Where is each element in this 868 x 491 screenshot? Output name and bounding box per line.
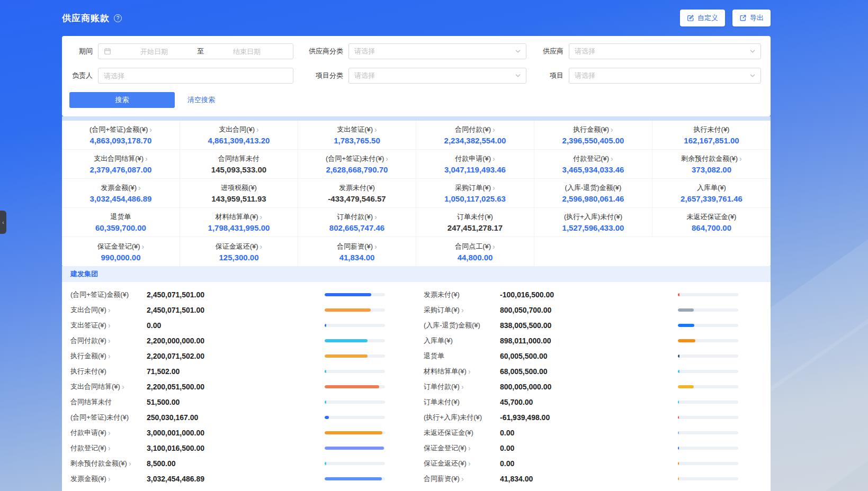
summary-cell[interactable]: (合同+签证)未付(¥)›2,628,668,790.70 (298, 150, 416, 179)
summary-cell-label: 退货单 (111, 212, 131, 222)
detail-row-value: 71,502.00 (147, 367, 325, 376)
progress-track (678, 477, 738, 480)
summary-cell-value: 4,861,309,413.20 (208, 136, 270, 145)
chevron-right-icon: › (108, 444, 111, 452)
detail-row-label[interactable]: 发票金额(¥)› (70, 474, 147, 484)
clear-search-link[interactable]: 清空搜索 (187, 95, 215, 105)
summary-cell-empty (534, 237, 652, 266)
progress-fill (678, 308, 694, 312)
detail-row-label[interactable]: 保证金返还(¥)› (424, 459, 500, 468)
detail-row-label[interactable]: 保证金登记(¥)› (424, 443, 500, 453)
summary-cell-label: 合同付款(¥)› (455, 125, 495, 134)
progress-fill (678, 339, 695, 342)
detail-row-label[interactable]: 合同付款(¥)› (70, 336, 147, 345)
detail-row-value: 0.00 (147, 321, 325, 330)
supplier-select[interactable]: 请选择 (569, 43, 761, 59)
progress-track (325, 401, 385, 404)
filter-actions: 搜索 清空搜索 (69, 92, 763, 108)
summary-cell[interactable]: 合同薪资(¥)›41,834.00 (298, 237, 416, 266)
summary-cell-value: 143,959,511.93 (211, 194, 266, 203)
detail-row-label[interactable]: 支出合同(¥)› (70, 305, 147, 315)
chevron-right-icon: › (461, 475, 464, 483)
progress-track (325, 462, 385, 465)
detail-row-value: 250,030,167.00 (147, 413, 325, 422)
detail-row-label[interactable]: 采购订单(¥)› (424, 305, 500, 315)
date-range-separator: 至 (195, 47, 206, 56)
summary-cell-label: 发票未付(¥) (339, 183, 375, 193)
export-button[interactable]: 导出 (732, 10, 771, 26)
progress-fill (325, 354, 368, 358)
owner-input[interactable] (104, 72, 288, 80)
summary-cell[interactable]: 合同点工(¥)›44,800.00 (416, 237, 534, 266)
customize-button[interactable]: 自定义 (680, 10, 725, 26)
summary-cell[interactable]: 付款登记(¥)›3,465,934,033.46 (534, 150, 652, 179)
detail-row-label[interactable]: 剩余预付款金额(¥)› (70, 459, 147, 468)
supplier-category-select[interactable]: 请选择 (348, 43, 526, 59)
chevron-right-icon: › (493, 126, 495, 133)
drawer-handle[interactable]: ‹ (0, 211, 6, 234)
summary-cell-label: 支出签证(¥)› (337, 125, 377, 134)
summary-cell[interactable]: 保证金返还(¥)›125,300.00 (180, 237, 298, 266)
summary-cell[interactable]: 剩余预付款金额(¥)›373,082.00 (652, 150, 771, 179)
detail-row: 未返还保证金(¥)0.00 (424, 425, 738, 440)
detail-row-label[interactable]: 付款登记(¥)› (70, 443, 147, 453)
summary-cell-value: 802,665,747.46 (329, 223, 384, 232)
summary-cell-value: 44,800.00 (458, 253, 493, 262)
detail-row-label[interactable]: 付款申请(¥)› (70, 428, 147, 438)
summary-cell-label: 付款登记(¥)› (573, 154, 613, 163)
detail-row-label[interactable]: 合同薪资(¥)› (424, 474, 500, 484)
summary-cell[interactable]: 支出签证(¥)›1,783,765.50 (298, 121, 416, 150)
progress-track (678, 401, 738, 404)
project-select[interactable]: 请选择 (569, 68, 761, 84)
progress-track (678, 293, 738, 296)
summary-cell-value: 3,047,119,493.46 (444, 165, 506, 174)
progress-track (325, 370, 385, 373)
summary-cell[interactable]: 订单付款(¥)›802,665,747.46 (298, 208, 416, 237)
detail-row: 发票金额(¥)›3,032,454,486.89 (70, 471, 385, 486)
summary-cell[interactable]: 支出合同结算(¥)›2,379,476,087.00 (62, 150, 180, 179)
progress-fill (325, 431, 382, 434)
summary-cell: 执行未付(¥)162,167,851.00 (652, 121, 771, 150)
search-button[interactable]: 搜索 (69, 92, 175, 108)
summary-cell-label: 材料结算单(¥)› (216, 212, 263, 222)
summary-cell-value: 60,359,700.00 (95, 223, 146, 232)
summary-cell-value: 247,451,278.17 (448, 223, 503, 232)
progress-track (678, 462, 738, 465)
start-date-input[interactable] (113, 48, 195, 56)
detail-row-label[interactable]: 订单付款(¥)› (424, 382, 500, 392)
page-title: 供应商账款 (62, 12, 110, 24)
summary-cell[interactable]: 采购订单(¥)›1,050,117,025.63 (416, 179, 534, 208)
summary-cell-label: (合同+签证)未付(¥)› (326, 154, 388, 163)
chevron-right-icon: › (149, 126, 152, 133)
detail-row-label[interactable]: 支出合同结算(¥)› (70, 382, 147, 392)
detail-row-value: 2,450,071,501.00 (147, 290, 325, 299)
chevron-right-icon: › (108, 306, 111, 314)
customize-button-label: 自定义 (697, 13, 718, 23)
chevron-left-icon: ‹ (2, 220, 4, 225)
summary-cell[interactable]: (合同+签证)金额(¥)›4,863,093,178.70 (62, 121, 180, 150)
chevron-right-icon: › (611, 155, 613, 162)
date-range-picker[interactable]: 至 (98, 43, 293, 59)
chevron-right-icon: › (468, 444, 471, 452)
progress-fill (325, 416, 329, 419)
chevron-right-icon: › (108, 429, 111, 437)
progress-fill (678, 401, 679, 404)
chevron-down-icon (515, 73, 521, 78)
detail-row-label[interactable]: 支出签证(¥)› (70, 321, 147, 330)
summary-cell[interactable]: 保证金登记(¥)›990,000.00 (62, 237, 180, 266)
project-category-select[interactable]: 请选择 (348, 68, 526, 84)
summary-cell[interactable]: 付款申请(¥)›3,047,119,493.46 (416, 150, 534, 179)
detail-row-label[interactable]: 材料结算单(¥)› (424, 367, 500, 376)
summary-cell[interactable]: 执行金额(¥)›2,396,550,405.00 (534, 121, 652, 150)
summary-cell[interactable]: 发票金额(¥)›3,032,454,486.89 (62, 179, 180, 208)
detail-row-label[interactable]: 执行金额(¥)› (70, 351, 147, 361)
summary-cell[interactable]: 合同付款(¥)›2,234,382,554.00 (416, 121, 534, 150)
header-actions: 自定义 导出 (680, 10, 771, 26)
end-date-input[interactable] (206, 48, 288, 56)
summary-cell[interactable]: 材料结算单(¥)›1,798,431,995.00 (180, 208, 298, 237)
help-icon[interactable]: ? (114, 14, 122, 22)
detail-row-label: (合同+签证)金额(¥) (70, 290, 147, 299)
progress-fill (325, 370, 326, 373)
progress-track (325, 354, 385, 358)
summary-cell[interactable]: 支出合同(¥)›4,861,309,413.20 (180, 121, 298, 150)
